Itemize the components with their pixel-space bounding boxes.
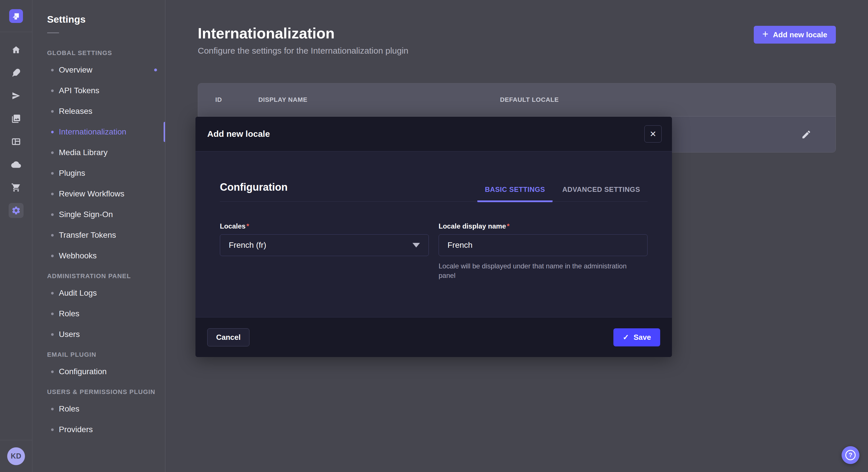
bullet-icon [51, 312, 54, 315]
sidebar-item-review-workflows[interactable]: Review Workflows [33, 183, 165, 204]
sidebar-item-label: Providers [59, 425, 93, 434]
settings-tabs: BASIC SETTINGS ADVANCED SETTINGS [477, 186, 648, 201]
sidebar-title-underline [47, 32, 59, 33]
page-title: Internationalization [198, 25, 408, 41]
table-column-display-name: DISPLAY NAME [241, 96, 483, 103]
avatar[interactable]: KD [7, 447, 25, 465]
tab-advanced-settings[interactable]: ADVANCED SETTINGS [555, 186, 648, 202]
sidebar-item-configuration[interactable]: Configuration [33, 361, 165, 382]
edit-locale-button[interactable] [800, 128, 813, 141]
table-column-id: ID [198, 96, 241, 103]
icon-rail: KD [0, 0, 32, 472]
bullet-icon [51, 69, 54, 71]
rail-user-area: KD [0, 440, 32, 472]
sidebar-section-header-users-permissions-plugin: USERS & PERMISSIONS PLUGIN [33, 382, 165, 399]
sidebar-item-label: Review Workflows [59, 189, 124, 198]
cloud-icon[interactable] [9, 157, 24, 172]
sidebar-item-label: Webhooks [59, 251, 97, 260]
required-asterisk: * [507, 222, 509, 230]
sidebar-item-plugins[interactable]: Plugins [33, 163, 165, 183]
check-icon: ✓ [623, 333, 629, 342]
close-button[interactable]: ✕ [644, 125, 662, 142]
bullet-icon [51, 234, 54, 237]
sidebar-item-label: Releases [59, 107, 92, 116]
table-column-default-locale: DEFAULT LOCALE [483, 96, 836, 103]
sidebar-item-label: Media Library [59, 148, 107, 157]
save-label: Save [633, 333, 651, 342]
feather-icon[interactable] [9, 65, 24, 80]
rail-nav [0, 32, 32, 440]
sidebar-item-label: Configuration [59, 367, 107, 376]
sidebar-item-providers[interactable]: Providers [33, 419, 165, 440]
strapi-logo[interactable] [9, 9, 23, 23]
display-name-input[interactable] [439, 234, 648, 256]
home-icon[interactable] [9, 42, 24, 57]
display-name-label: Locale display name* [439, 222, 648, 230]
tab-basic-settings[interactable]: BASIC SETTINGS [477, 186, 553, 202]
locales-select[interactable]: French (fr) [220, 234, 429, 256]
add-new-locale-label: Add new locale [773, 30, 827, 39]
sidebar-item-roles[interactable]: Roles [33, 303, 165, 324]
config-section-title: Configuration [220, 181, 288, 201]
bullet-icon [51, 429, 54, 431]
sidebar-item-overview[interactable]: Overview [33, 60, 165, 80]
bullet-icon [51, 151, 54, 154]
bullet-icon [51, 172, 54, 175]
chevron-down-icon [412, 243, 420, 247]
sidebar-item-audit-logs[interactable]: Audit Logs [33, 283, 165, 303]
sidebar-item-label: Overview [59, 65, 92, 74]
sidebar-item-label: Audit Logs [59, 289, 97, 298]
paper-plane-icon[interactable] [9, 88, 24, 103]
config-row: Configuration BASIC SETTINGS ADVANCED SE… [220, 181, 648, 202]
save-button[interactable]: ✓ Save [613, 328, 660, 346]
sidebar-item-media-library[interactable]: Media Library [33, 142, 165, 163]
bullet-icon [51, 333, 54, 336]
locales-select-value: French (fr) [229, 241, 267, 250]
modal-fields: Locales* French (fr) Locale display name… [220, 222, 648, 280]
sidebar-section-header-administration-panel: ADMINISTRATION PANEL [33, 266, 165, 283]
sidebar-item-api-tokens[interactable]: API Tokens [33, 80, 165, 101]
sidebar-item-label: Roles [59, 404, 80, 413]
bullet-icon [51, 213, 54, 216]
sidebar-item-label: Single Sign-On [59, 210, 113, 219]
table-header-row: IDDISPLAY NAMEDEFAULT LOCALE [198, 83, 836, 116]
help-icon: ? [845, 450, 856, 460]
cancel-button[interactable]: Cancel [207, 328, 249, 346]
layout-icon[interactable] [9, 134, 24, 149]
bullet-icon [51, 193, 54, 195]
modal-body: Configuration BASIC SETTINGS ADVANCED SE… [195, 151, 672, 280]
sidebar-item-webhooks[interactable]: Webhooks [33, 245, 165, 266]
bullet-icon [51, 292, 54, 295]
page-subtitle: Configure the settings for the Internati… [198, 46, 408, 56]
locales-label-text: Locales [220, 222, 245, 230]
modal-header: Add new locale ✕ [195, 117, 672, 151]
sidebar-item-single-sign-on[interactable]: Single Sign-On [33, 204, 165, 225]
required-asterisk: * [246, 222, 249, 230]
gear-icon[interactable] [9, 203, 24, 218]
sidebar-item-label: API Tokens [59, 86, 99, 95]
modal-footer: Cancel ✓ Save [195, 317, 672, 357]
add-new-locale-button[interactable]: + Add new locale [754, 26, 836, 43]
bullet-icon [51, 110, 54, 113]
page-header: Internationalization Configure the setti… [166, 0, 868, 56]
sidebar-item-roles[interactable]: Roles [33, 399, 165, 419]
sidebar-item-label: Plugins [59, 169, 85, 178]
display-name-field: Locale display name* Locale will be disp… [439, 222, 648, 280]
bullet-icon [51, 90, 54, 92]
rail-logo-area [0, 0, 32, 32]
locales-label: Locales* [220, 222, 429, 230]
help-button[interactable]: ? [842, 446, 859, 464]
add-locale-modal: Add new locale ✕ Configuration BASIC SET… [195, 117, 672, 357]
settings-sidebar: Settings GLOBAL SETTINGSOverviewAPI Toke… [33, 0, 165, 472]
sidebar-item-releases[interactable]: Releases [33, 101, 165, 122]
plus-icon: + [763, 29, 768, 39]
display-name-label-text: Locale display name [439, 222, 506, 230]
sidebar-item-internationalization[interactable]: Internationalization [33, 122, 165, 142]
sidebar-item-label: Users [59, 330, 80, 339]
sidebar-item-label: Roles [59, 309, 80, 318]
cart-icon[interactable] [9, 180, 24, 195]
sidebar-item-users[interactable]: Users [33, 324, 165, 345]
sidebar-item-transfer-tokens[interactable]: Transfer Tokens [33, 225, 165, 245]
sidebar-title: Settings [47, 14, 165, 25]
images-icon[interactable] [9, 111, 24, 126]
